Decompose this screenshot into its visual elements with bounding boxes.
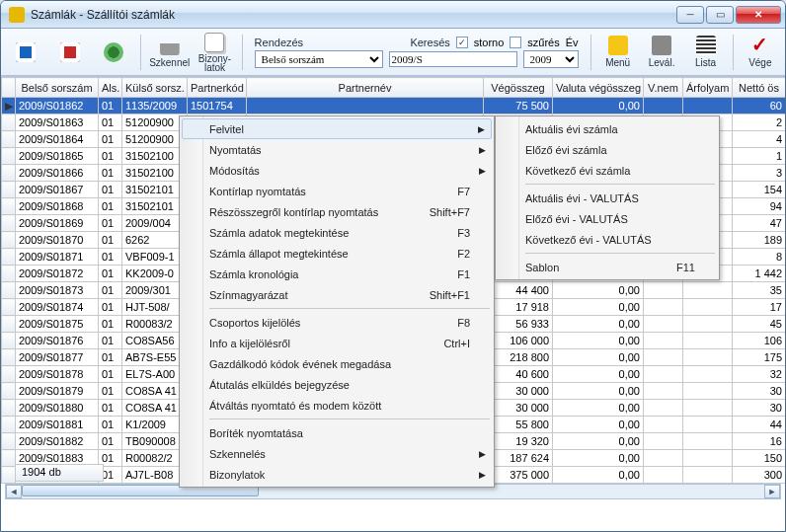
year-select[interactable]: 2009 (523, 50, 579, 68)
search-label: Keresés (410, 37, 449, 48)
menu-item[interactable]: Módosítás▶ (182, 160, 492, 181)
scanner-icon (160, 36, 180, 55)
column-header[interactable]: Külső sorsz. (122, 78, 188, 98)
plus-icon (16, 42, 36, 62)
menu-item[interactable]: Következő évi - VALUTÁS (498, 229, 717, 250)
scan-button[interactable]: Szkennel (149, 33, 190, 72)
menu-icon (608, 36, 628, 55)
column-header[interactable]: Partnerkód (188, 78, 247, 98)
column-header[interactable]: V.nem (644, 78, 683, 98)
context-menu[interactable]: Felvitel▶Nyomtatás▶Módosítás▶Kontírlap n… (179, 115, 495, 488)
szures-label: szűrés (527, 37, 559, 48)
menu-item[interactable]: Boríték nyomtatása (182, 422, 492, 443)
vege-button[interactable]: ✓Vége (742, 33, 779, 72)
column-header[interactable]: Belső sorszám (16, 78, 99, 98)
separator (733, 35, 734, 70)
delete-button[interactable] (50, 33, 88, 72)
column-header[interactable]: Árfolyam (683, 78, 733, 98)
window-title: Számlák - Szállítói számlák (31, 8, 676, 22)
menu-item[interactable]: Aktuális évi - VALUTÁS (498, 188, 717, 208)
menu-item[interactable]: Előző évi számla (498, 139, 717, 160)
separator (140, 35, 141, 70)
minus-icon (60, 42, 80, 62)
menu-item[interactable]: Átutalás elküldés bejegyzése (182, 374, 492, 395)
documents-button[interactable]: Bizony- latok (196, 33, 233, 72)
add-button[interactable] (7, 33, 44, 72)
refresh-icon (104, 42, 123, 62)
column-header[interactable]: Nettó ös (733, 78, 786, 98)
menu-label: Menü (605, 57, 630, 68)
sort-select[interactable]: Belső sorszám (255, 50, 383, 68)
separator (242, 35, 243, 70)
menu-item[interactable]: Info a kijelölésrőlCtrl+I (182, 333, 492, 353)
storno-checkbox[interactable]: ✓ (456, 37, 468, 48)
column-header[interactable]: Als. (99, 78, 122, 98)
scroll-right-button[interactable]: ► (764, 485, 780, 498)
menu-item[interactable]: Nyomtatás▶ (182, 139, 492, 160)
lista-label: Lista (695, 57, 716, 68)
menu-item[interactable]: Számla adatok megtekintéseF3 (182, 222, 492, 243)
check-icon: ✓ (750, 36, 770, 55)
menu-item[interactable]: Gazdálkodó kódok évének megadása (182, 353, 492, 374)
menu-item[interactable]: SablonF11 (498, 257, 717, 277)
menu-item[interactable]: Kontírlap nyomtatásF7 (182, 181, 492, 201)
minimize-button[interactable]: ─ (676, 6, 704, 24)
app-window: Számlák - Szállítói számlák ─ ▭ ✕ Szkenn… (0, 0, 786, 532)
filter-panel: Rendezés Keresés ✓ storno szűrés Év Bels… (251, 31, 583, 73)
storno-label: storno (474, 37, 505, 48)
close-button[interactable]: ✕ (736, 6, 781, 24)
menu-item[interactable]: Aktuális évi számla (498, 118, 717, 139)
leval-label: Levál. (649, 57, 675, 68)
menu-item[interactable]: Számla állapot megtekintéseF2 (182, 243, 492, 264)
sort-label: Rendezés (255, 37, 304, 48)
leval-button[interactable]: Levál. (643, 33, 680, 72)
menu-item[interactable]: Részösszegről kontírlap nyomtatásShift+F… (182, 201, 492, 222)
menu-item[interactable]: Szkennelés▶ (182, 443, 492, 464)
maximize-button[interactable]: ▭ (706, 6, 734, 24)
context-submenu[interactable]: Aktuális évi számlaElőző évi számlaKövet… (495, 115, 720, 280)
separator (590, 35, 591, 70)
docs-label: Bizony- latok (198, 54, 231, 72)
document-icon (204, 33, 224, 52)
scroll-left-button[interactable]: ◄ (6, 485, 22, 498)
menu-item[interactable]: Számla kronológiaF1 (182, 264, 492, 284)
list-icon (696, 36, 716, 55)
vege-label: Vége (748, 57, 771, 68)
szures-checkbox[interactable] (510, 37, 521, 48)
menu-item[interactable]: Előző évi - VALUTÁS (498, 208, 717, 229)
column-header[interactable]: Partnernév (247, 78, 484, 98)
lista-button[interactable]: Lista (686, 33, 724, 72)
menu-item[interactable]: Következő évi számla (498, 160, 717, 181)
column-header[interactable] (2, 78, 16, 98)
refresh-button[interactable] (95, 33, 132, 72)
menu-item[interactable]: Csoportos kijelölésF8 (182, 312, 492, 333)
app-icon (9, 7, 25, 23)
search-input[interactable] (389, 51, 517, 67)
menu-item[interactable]: SzínmagyarázatShift+F1 (182, 284, 492, 305)
record-count: 1904 db (15, 464, 104, 482)
menu-item[interactable]: Bizonylatok▶ (182, 464, 492, 485)
menu-button[interactable]: Menü (598, 33, 636, 72)
column-header[interactable]: Végösszeg (484, 78, 553, 98)
ev-label: Év (566, 37, 579, 48)
toolbar: Szkennel Bizony- latok Rendezés Keresés … (1, 29, 785, 76)
table-row[interactable]: ▶2009/S01862011135/2009150175475 5000,00… (2, 98, 786, 114)
scan-label: Szkennel (149, 57, 190, 68)
titlebar: Számlák - Szállítói számlák ─ ▭ ✕ (1, 1, 785, 29)
menu-item[interactable]: Átváltás nyomtató és modem között (182, 395, 492, 416)
column-header[interactable]: Valuta végösszeg (553, 78, 644, 98)
menu-item[interactable]: Felvitel▶ (182, 118, 492, 139)
print-icon (652, 36, 671, 55)
